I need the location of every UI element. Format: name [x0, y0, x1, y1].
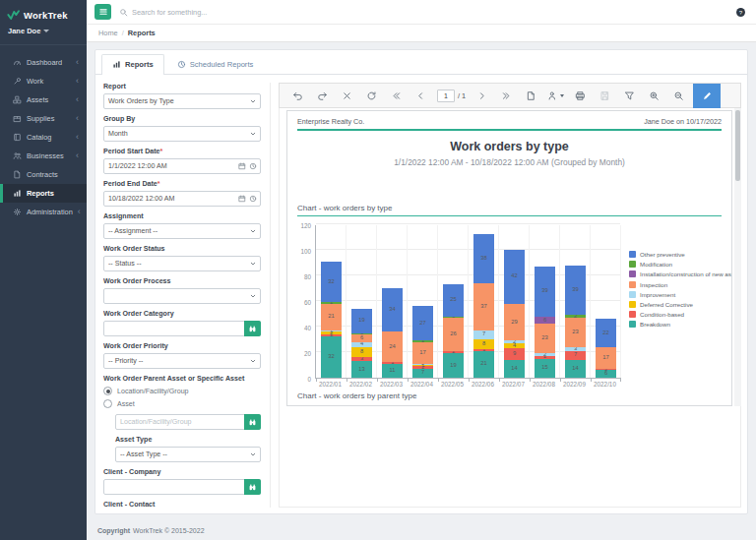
undo-button[interactable] — [287, 84, 308, 108]
chevron-left-icon: ‹ — [78, 208, 83, 216]
lookup-button[interactable] — [244, 479, 261, 495]
close-button[interactable] — [337, 84, 357, 108]
first-page-button[interactable] — [386, 84, 407, 108]
redo-button[interactable] — [312, 84, 333, 108]
lookup-value[interactable] — [104, 483, 244, 491]
select-value[interactable] — [116, 450, 249, 458]
close-icon — [342, 90, 352, 101]
new-doc-icon — [526, 90, 536, 101]
location-facility-group-input[interactable] — [115, 414, 261, 430]
lookup-value[interactable] — [104, 325, 244, 332]
new-doc-button[interactable] — [521, 84, 541, 108]
filter-button[interactable] — [619, 84, 640, 108]
select-value[interactable] — [104, 227, 249, 235]
radio-location-facility-group[interactable]: Location/Facility/Group — [103, 387, 261, 395]
hamburger-menu-button[interactable] — [94, 4, 111, 20]
select-value[interactable] — [104, 357, 249, 365]
field-label: Work Order Parent Asset or Specific Asse… — [103, 375, 261, 383]
v-gridline — [407, 225, 408, 378]
chevron-left-icon: ‹ — [76, 58, 81, 67]
client-company-input[interactable] — [103, 479, 261, 495]
refresh-button[interactable] — [361, 84, 382, 108]
segment-breakdown: 19 — [443, 353, 464, 378]
prev-page-button[interactable] — [410, 84, 431, 108]
user-menu[interactable]: Jane Doe — [0, 24, 87, 45]
question-icon: ? — [735, 7, 746, 18]
gridline — [316, 223, 620, 224]
design-button[interactable] — [693, 84, 721, 108]
sidebar-item-businesses[interactable]: Businesses‹ — [0, 147, 87, 165]
scrollbar-thumb[interactable] — [735, 110, 740, 181]
sidebar-item-dashboard[interactable]: Dashboard‹ — [0, 53, 87, 72]
last-page-button[interactable] — [496, 84, 517, 108]
field-label: Report — [103, 83, 261, 90]
sidebar-item-contracts[interactable]: Contracts — [0, 165, 87, 184]
radio-button[interactable] — [103, 387, 112, 395]
period-start-date-input[interactable] — [103, 158, 261, 174]
caret-down-icon — [249, 227, 257, 235]
field-work-order-category: Work Order Category — [103, 310, 261, 336]
work-order-priority-select[interactable] — [103, 353, 261, 369]
datetime-value[interactable] — [104, 162, 238, 170]
field-work-order-priority: Work Order Priority — [103, 342, 261, 369]
sidebar-item-reports[interactable]: Reports — [0, 184, 87, 203]
work-order-status-select[interactable] — [103, 256, 261, 271]
group-by-select[interactable] — [103, 126, 261, 142]
pdf-page: Enterprise Realty Co. Jane Doe on 10/17/… — [286, 110, 732, 406]
zoom-in-button[interactable] — [644, 84, 664, 108]
segment-inspection: 37 — [473, 283, 494, 330]
breadcrumb-home[interactable]: Home — [98, 29, 118, 37]
segment-breakdown: 7 — [412, 369, 433, 378]
select-value[interactable] — [104, 260, 249, 268]
sidebar-item-assets[interactable]: Assets‹ — [0, 90, 87, 109]
select-value[interactable] — [104, 130, 249, 138]
field-work-order-parent-asset-or-specific-asset: Work Order Parent Asset or Specific Asse… — [103, 375, 261, 408]
next-page-button[interactable] — [472, 84, 492, 108]
global-search — [119, 8, 727, 17]
user-name: Jane Doe — [8, 27, 40, 35]
lookup-value[interactable] — [116, 418, 244, 426]
segment-breakdown: 14 — [504, 360, 525, 378]
segment-inspection: 24 — [382, 331, 403, 362]
work-order-process-select[interactable] — [103, 288, 261, 304]
period-end-date-input[interactable] — [103, 191, 261, 207]
help-button[interactable]: ? — [735, 7, 746, 18]
radio-button[interactable] — [103, 399, 112, 408]
lookup-button[interactable] — [244, 414, 261, 430]
segment-deferred-corrective: 2 — [321, 331, 342, 334]
assignment-select[interactable] — [103, 223, 261, 239]
zoom-out-button[interactable] — [668, 84, 689, 108]
search-input[interactable] — [132, 8, 348, 17]
viewer-scrollbar[interactable] — [734, 108, 741, 406]
work-order-category-input[interactable] — [103, 321, 261, 336]
lookup-button[interactable] — [244, 321, 261, 336]
sidebar-item-administration[interactable]: Administration‹ — [0, 203, 87, 221]
select-value[interactable] — [104, 292, 249, 300]
page-number-input[interactable] — [437, 90, 455, 102]
select-value[interactable] — [104, 97, 249, 105]
tab-scheduled-reports[interactable]: Scheduled Reports — [166, 54, 265, 75]
sidebar-item-supplies[interactable]: Supplies‹ — [0, 109, 87, 128]
caret-down-icon — [249, 450, 257, 458]
x-tick-label: 2022/06 — [472, 381, 494, 388]
y-tick-label: 120 — [300, 222, 311, 229]
field-label: Work Order Process — [103, 277, 261, 285]
report-select[interactable] — [103, 93, 261, 109]
sidebar-item-catalog[interactable]: Catalog‹ — [0, 128, 87, 147]
radio-asset[interactable]: Asset — [103, 399, 261, 408]
print-button[interactable] — [570, 84, 591, 108]
field-period-end-date: Period End Date* — [103, 180, 261, 207]
segment-other-preventive: 42 — [504, 250, 525, 304]
caret-down-icon — [249, 357, 257, 365]
v-gridline — [498, 225, 499, 378]
segment-inspection: 17 — [596, 347, 616, 369]
asset-type-select[interactable] — [115, 447, 261, 462]
field-label: Assignment — [103, 212, 261, 220]
sidebar-item-work[interactable]: Work‹ — [0, 72, 87, 90]
binoculars-icon — [248, 483, 257, 492]
datetime-value[interactable] — [104, 195, 238, 203]
tab-reports[interactable]: Reports — [101, 54, 164, 75]
segment-condition-based: 1 — [473, 349, 494, 350]
export-user-button[interactable] — [545, 84, 566, 108]
segment-condition-based: 2 — [321, 334, 342, 337]
